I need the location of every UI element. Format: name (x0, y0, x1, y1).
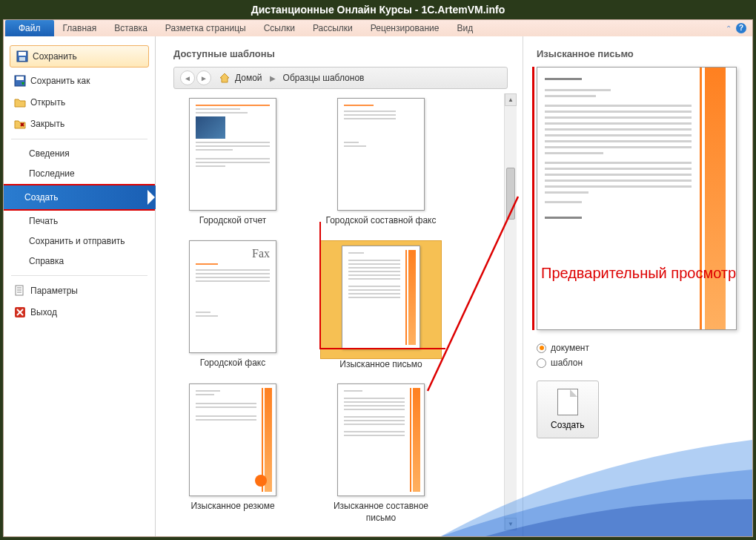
templates-heading: Доступные шаблоны (173, 48, 517, 59)
sidebar-savesend[interactable]: Сохранить и отправить (8, 231, 150, 251)
annotation-preview-label: Предварительный просмотр (541, 264, 736, 282)
sidebar-options[interactable]: Параметры (8, 280, 150, 301)
save-icon (16, 50, 28, 62)
template-label: Изысканное письмо (322, 359, 440, 371)
preview-document (537, 67, 737, 330)
breadcrumb-home-label: Домой (235, 73, 262, 83)
radio-icon (537, 358, 546, 368)
sidebar-save-label: Сохранить (33, 51, 77, 62)
ribbon-tabs: Файл Главная Вставка Разметка страницы С… (4, 20, 752, 36)
tab-references[interactable]: Ссылки (255, 20, 304, 36)
template-city-compound-fax[interactable]: Городской составной факс (322, 98, 440, 227)
annotation-box-preview (532, 67, 535, 330)
scroll-thumb[interactable] (506, 168, 515, 220)
annotation-box-template (319, 222, 445, 349)
app-window: Файл Главная Вставка Разметка страницы С… (3, 19, 753, 537)
tab-view[interactable]: Вид (448, 20, 482, 36)
tab-mailings[interactable]: Рассылки (304, 20, 362, 36)
sidebar-new[interactable]: Создать (4, 185, 155, 209)
sidebar-open-label: Открыть (30, 97, 65, 108)
sidebar-close[interactable]: Закрыть (8, 113, 150, 134)
radio-template[interactable]: шаблон (537, 355, 739, 370)
radio-document[interactable]: документ (537, 340, 739, 355)
radio-icon (537, 343, 546, 353)
tab-layout[interactable]: Разметка страницы (156, 20, 255, 36)
sidebar-recent[interactable]: Последние (8, 164, 150, 183)
scroll-up-icon[interactable]: ▲ (505, 93, 517, 106)
window-titlebar: Дистанционные Онлайн Курсы - 1C.ArtemVM.… (0, 0, 756, 19)
home-icon (219, 72, 231, 84)
tab-insert[interactable]: Вставка (105, 20, 156, 36)
document-icon (557, 389, 578, 415)
sidebar-save[interactable]: Сохранить (10, 45, 149, 68)
templates-list: Городской отчет Городской составной факс (173, 93, 517, 530)
backstage-main: Доступные шаблоны ◄ ► Домой ▶ Образцы ша… (156, 36, 752, 536)
create-button[interactable]: Создать (537, 381, 599, 438)
tab-file[interactable]: Файл (5, 20, 54, 36)
nav-back-button[interactable]: ◄ (180, 70, 195, 85)
sidebar-close-label: Закрыть (30, 119, 64, 129)
templates-breadcrumb: ◄ ► Домой ▶ Образцы шаблонов (173, 67, 508, 89)
sidebar-info[interactable]: Сведения (8, 144, 150, 163)
tab-review[interactable]: Рецензирование (362, 20, 448, 36)
sidebar-exit[interactable]: Выход (8, 302, 150, 323)
svg-rect-2 (19, 57, 25, 61)
exit-icon (14, 306, 26, 318)
saveas-icon (14, 75, 26, 87)
template-label: Изысканное составное письмо (322, 501, 440, 524)
template-label: Городской факс (173, 358, 292, 369)
breadcrumb-samples[interactable]: Образцы шаблонов (283, 73, 365, 83)
template-elegant-resume[interactable]: Изысканное резюме (173, 383, 292, 524)
template-elegant-compound-letter[interactable]: Изысканное составное письмо (322, 383, 440, 524)
template-label: Городской отчет (173, 215, 292, 227)
nav-forward-button[interactable]: ► (196, 70, 211, 85)
sidebar-exit-label: Выход (30, 307, 57, 317)
minimize-ribbon-icon[interactable]: ⌃ (726, 24, 732, 33)
template-label: Изысканное резюме (173, 501, 292, 513)
sidebar-options-label: Параметры (30, 286, 78, 296)
create-button-label: Создать (551, 420, 585, 430)
options-icon (14, 285, 26, 297)
sidebar-saveas-label: Сохранить как (30, 76, 90, 86)
backstage-sidebar: Сохранить Сохранить как Открыть Закрыть … (4, 36, 156, 536)
sidebar-open[interactable]: Открыть (8, 92, 150, 113)
close-folder-icon (14, 118, 26, 130)
sidebar-saveas[interactable]: Сохранить как (8, 70, 150, 91)
preview-heading: Изысканное письмо (537, 48, 739, 59)
svg-rect-1 (19, 52, 26, 56)
fax-thumb-word: Fax (196, 247, 270, 260)
chevron-right-icon: ▶ (270, 74, 276, 82)
radio-document-label: документ (551, 343, 589, 353)
radio-template-label: шаблон (551, 358, 583, 368)
sidebar-print[interactable]: Печать (8, 211, 150, 231)
tab-home[interactable]: Главная (54, 20, 106, 36)
breadcrumb-home[interactable]: Домой (219, 72, 262, 84)
template-city-report[interactable]: Городской отчет (173, 98, 292, 227)
preview-panel: Изысканное письмо (523, 36, 752, 536)
svg-rect-4 (16, 76, 24, 80)
backstage-view: Сохранить Сохранить как Открыть Закрыть … (4, 36, 752, 536)
sidebar-help[interactable]: Справка (8, 251, 150, 271)
create-type-radios: документ шаблон (537, 340, 739, 370)
template-city-fax[interactable]: Fax Городской факс (173, 240, 292, 371)
templates-scrollbar[interactable]: ▲ ▼ (504, 93, 517, 530)
templates-panel: Доступные шаблоны ◄ ► Домой ▶ Образцы ша… (156, 36, 523, 536)
help-icon[interactable]: ? (736, 23, 746, 33)
open-icon (14, 96, 26, 108)
scroll-down-icon[interactable]: ▼ (505, 518, 517, 530)
